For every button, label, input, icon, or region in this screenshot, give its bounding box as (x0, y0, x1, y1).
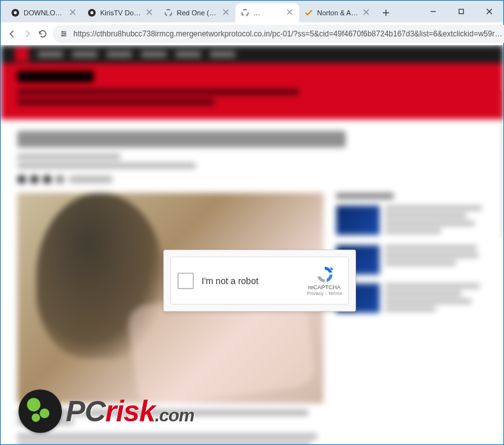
sidebar (336, 193, 487, 404)
spinner-icon (241, 8, 249, 17)
site-topbar (1, 45, 503, 63)
tab-kiristv[interactable]: KirisTV Download | (82, 3, 159, 22)
recaptcha-brand: reCAPTCHA Privacy - Terms (307, 265, 342, 296)
background-page (1, 45, 503, 444)
tab-title: … (253, 9, 283, 17)
tab-title: Norton & AntiVirus (317, 9, 359, 17)
favicon-circle-icon (11, 8, 20, 17)
tab-title: KirisTV Download | (100, 9, 142, 17)
svg-point-4 (165, 10, 172, 16)
recaptcha-label: I'm not a robot (202, 276, 299, 286)
tab-download-red[interactable]: DOWNLOAD: Red ( (6, 3, 82, 22)
close-window-button[interactable] (475, 1, 503, 22)
nav-item (175, 51, 201, 57)
check-icon (304, 8, 313, 17)
sidebar-story (336, 245, 487, 275)
sidebar-story (336, 283, 487, 314)
minimize-button[interactable] (419, 1, 447, 22)
nav-item (107, 51, 132, 57)
back-button[interactable] (7, 26, 17, 42)
sidebar-story (336, 206, 487, 236)
recaptcha-brand-text: reCAPTCHA (308, 284, 341, 290)
site-logo (15, 47, 29, 61)
tab-active[interactable]: … (235, 3, 299, 22)
url-text: https://cthbru8hubcc738irmcg.mergenetwor… (73, 29, 502, 38)
recaptcha-icon (315, 265, 334, 284)
article-headline (17, 131, 346, 147)
tab-strip: DOWNLOAD: Red ( KirisTV Download | Red O… (1, 1, 503, 22)
site-settings-icon[interactable] (59, 29, 68, 38)
tab-red-one[interactable]: Red One (2024)… (159, 3, 235, 22)
svg-point-3 (91, 11, 94, 15)
forward-button[interactable] (22, 26, 33, 42)
breaking-banner (1, 63, 503, 119)
close-icon[interactable] (286, 9, 294, 17)
address-bar: https://cthbru8hubcc738irmcg.mergenetwor… (1, 22, 503, 45)
nav-item (72, 51, 98, 57)
svg-point-7 (62, 31, 64, 33)
close-icon[interactable] (223, 9, 230, 17)
window-controls (419, 1, 503, 22)
reload-button[interactable] (38, 26, 48, 42)
url-field[interactable]: https://cthbru8hubcc738irmcg.mergenetwor… (53, 25, 504, 43)
tab-norton[interactable]: Norton & AntiVirus (299, 3, 376, 22)
favicon-circle-icon (87, 8, 96, 17)
nav-item (141, 51, 167, 57)
recaptcha-links[interactable]: Privacy - Terms (307, 290, 342, 296)
recaptcha-checkbox[interactable] (177, 273, 194, 289)
new-tab-button[interactable] (378, 5, 394, 20)
maximize-button[interactable] (447, 1, 475, 22)
close-icon[interactable] (146, 9, 154, 17)
spinner-icon (164, 8, 173, 17)
svg-point-5 (242, 10, 248, 16)
share-bar (17, 175, 487, 184)
nav-item (210, 51, 235, 57)
nav-item (38, 51, 63, 57)
browser-window: DOWNLOAD: Red ( KirisTV Download | Red O… (0, 0, 504, 445)
svg-point-1 (14, 11, 17, 15)
svg-point-9 (62, 34, 64, 36)
page-viewport: I'm not a robot reCAPTCHA Privacy - Term… (1, 45, 503, 444)
svg-rect-6 (459, 10, 464, 14)
svg-point-8 (64, 33, 66, 34)
recaptcha-widget: I'm not a robot reCAPTCHA Privacy - Term… (163, 250, 356, 312)
close-icon[interactable] (70, 9, 77, 17)
recaptcha-anchor[interactable]: I'm not a robot reCAPTCHA Privacy - Term… (170, 257, 349, 305)
close-icon[interactable] (363, 9, 371, 17)
svg-marker-14 (330, 267, 334, 270)
tab-title: Red One (2024)… (177, 9, 219, 17)
tab-title: DOWNLOAD: Red ( (24, 9, 66, 17)
